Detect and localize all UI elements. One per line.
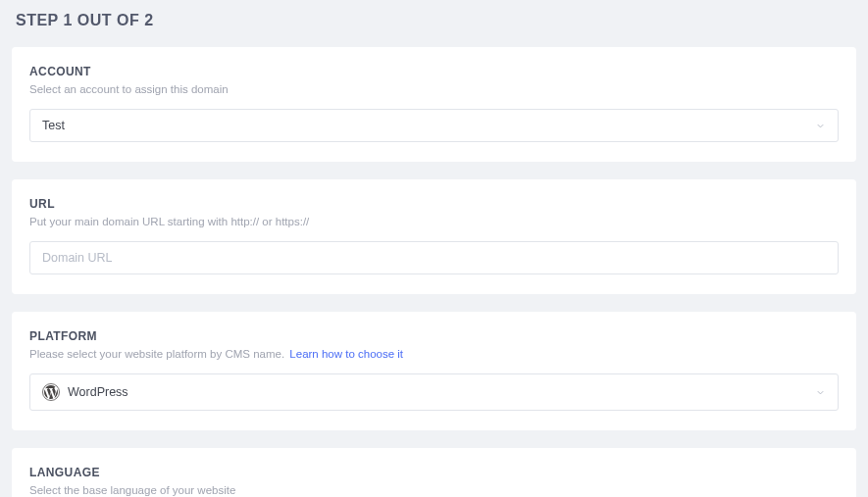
chevron-down-icon <box>814 120 826 131</box>
platform-select-value: WordPress <box>68 385 128 399</box>
account-label: ACCOUNT <box>29 65 839 78</box>
url-label: URL <box>29 197 839 211</box>
language-label: LANGUAGE <box>29 466 839 479</box>
language-card: LANGUAGE Select the base language of you… <box>12 448 856 497</box>
url-desc: Put your main domain URL starting with h… <box>29 216 839 227</box>
url-card: URL Put your main domain URL starting wi… <box>12 179 856 294</box>
url-input[interactable] <box>29 241 839 274</box>
platform-desc: Please select your website platform by C… <box>29 348 284 360</box>
step-title: STEP 1 OUT OF 2 <box>12 12 856 29</box>
account-select[interactable]: Test <box>29 109 839 142</box>
wordpress-icon <box>42 383 60 401</box>
chevron-down-icon <box>814 386 826 398</box>
platform-card: PLATFORM Please select your website plat… <box>12 312 856 430</box>
platform-select[interactable]: WordPress <box>29 373 839 411</box>
account-card: ACCOUNT Select an account to assign this… <box>12 47 856 162</box>
language-desc: Select the base language of your website <box>29 484 839 496</box>
platform-learn-link[interactable]: Learn how to choose it <box>289 348 403 360</box>
platform-label: PLATFORM <box>29 329 839 343</box>
account-select-value: Test <box>42 119 65 132</box>
account-desc: Select an account to assign this domain <box>29 83 839 95</box>
platform-desc-wrap: Please select your website platform by C… <box>29 348 839 360</box>
